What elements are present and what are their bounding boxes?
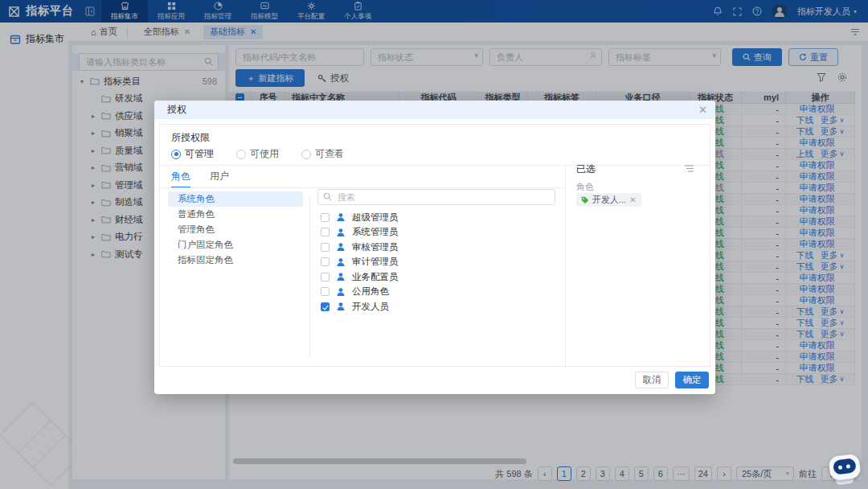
role-option[interactable]: 系统管理员 — [321, 225, 554, 240]
checkbox[interactable] — [321, 287, 330, 296]
role-person-icon — [336, 242, 346, 252]
divider — [565, 165, 566, 368]
divider — [309, 195, 310, 358]
radio-can-use[interactable]: 可使用 — [236, 147, 279, 161]
role-group-item[interactable]: 普通角色 — [168, 207, 303, 222]
role-group-list: 系统角色 普通角色 管理角色 门户固定角色 指标固定角色 — [168, 191, 303, 268]
modal-header: 授权 ✕ — [154, 101, 715, 119]
role-group-item[interactable]: 指标固定角色 — [168, 253, 303, 268]
radio-can-view[interactable]: 可查看 — [301, 147, 344, 161]
search-icon — [323, 192, 332, 201]
role-person-icon — [336, 272, 346, 281]
role-group-item[interactable]: 系统角色 — [168, 191, 303, 207]
checkbox[interactable] — [321, 213, 330, 222]
tab-user[interactable]: 用户 — [210, 170, 229, 188]
role-person-icon — [336, 212, 346, 222]
radio-icon — [236, 150, 246, 159]
radio-can-manage[interactable]: 可管理 — [171, 147, 214, 161]
confirm-button[interactable]: 确定 — [675, 372, 709, 388]
authorize-modal: 授权 ✕ 所授权限 可管理 可使用 可查看 角色 用户 系统角色 普通角色 管理… — [154, 101, 715, 394]
modal-search — [317, 189, 555, 205]
role-option[interactable]: 超级管理员 — [321, 210, 554, 225]
role-person-icon — [336, 257, 346, 267]
role-group-item[interactable]: 门户固定角色 — [168, 237, 303, 253]
tab-role[interactable]: 角色 — [171, 170, 190, 188]
checkbox[interactable] — [321, 228, 330, 236]
role-option[interactable]: 业务配置员 — [321, 269, 554, 285]
assistant-robot-icon[interactable] — [826, 454, 863, 487]
role-option[interactable]: 开发人员 — [321, 299, 554, 314]
cancel-button[interactable]: 取消 — [635, 372, 669, 388]
radio-icon — [171, 150, 181, 159]
radio-icon — [301, 150, 311, 159]
checkbox[interactable] — [321, 243, 330, 252]
selected-title: 已选 — [576, 162, 596, 176]
role-search-input[interactable] — [317, 189, 555, 205]
role-person-icon — [336, 302, 346, 311]
role-option-list: 超级管理员 系统管理员 审核管理员 审计管理员 — [321, 210, 554, 314]
role-person-icon — [336, 228, 346, 237]
permission-radios: 可管理 可使用 可查看 — [171, 147, 344, 161]
checkbox[interactable] — [321, 257, 330, 266]
remove-tag-icon[interactable]: ✕ — [629, 195, 636, 204]
divider — [160, 187, 565, 188]
checkbox[interactable] — [321, 273, 330, 281]
selected-role-chip: 开发人... ✕ — [576, 193, 641, 207]
permission-label: 所授权限 — [171, 131, 210, 145]
modal-tabs: 角色 用户 — [171, 170, 229, 188]
close-icon[interactable]: ✕ — [698, 105, 707, 115]
modal-title: 授权 — [167, 103, 186, 117]
modal-footer: 取消 确定 — [635, 372, 709, 388]
selected-group-label: 角色 — [576, 181, 594, 193]
role-person-icon — [336, 287, 346, 297]
tag-icon — [581, 196, 589, 204]
role-option[interactable]: 公用角色 — [321, 285, 554, 300]
role-group-item[interactable]: 管理角色 — [168, 222, 303, 237]
checkbox[interactable] — [321, 302, 330, 311]
clear-selected-icon[interactable] — [684, 164, 694, 174]
modal-body: 所授权限 可管理 可使用 可查看 角色 用户 系统角色 普通角色 管理角色 门户… — [159, 124, 710, 367]
role-option[interactable]: 审核管理员 — [321, 240, 554, 255]
role-option[interactable]: 审计管理员 — [321, 255, 554, 270]
divider — [160, 165, 710, 166]
